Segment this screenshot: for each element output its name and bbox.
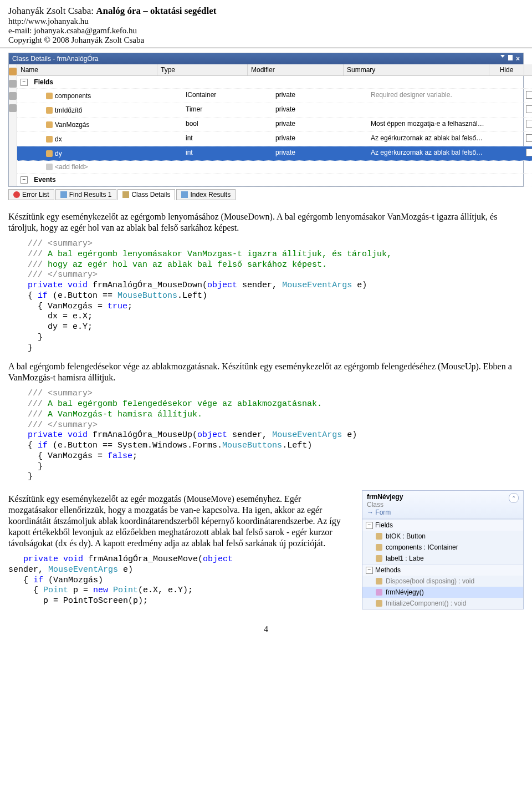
index-icon (181, 191, 188, 198)
class-icon (122, 191, 129, 198)
tab-label: Index Results (190, 191, 231, 199)
code-block-mousemove: private void frmAnalógÓra_MouseMove(obje… (8, 555, 352, 607)
class-details-title: Class Details - frmAnalógÓra (12, 55, 98, 63)
class-base: Form (375, 509, 391, 516)
hide-checkbox[interactable] (526, 105, 532, 113)
header-copyright: Copyright © 2008 Johanyák Zsolt Csaba (8, 35, 524, 45)
bottom-tabs: Error List Find Results 1 Class Details … (8, 189, 524, 200)
field-text: components : IContainer (386, 543, 458, 551)
toolbar-icon-2[interactable] (9, 80, 17, 88)
col-type[interactable]: Type (157, 64, 248, 75)
methods-section[interactable]: − Methods (362, 564, 523, 576)
paragraph-2: A bal egérgomb felengedésekor vége az ab… (8, 361, 524, 383)
col-hide[interactable]: Hide (489, 64, 524, 75)
hide-checkbox[interactable] (526, 149, 532, 156)
paragraph-1: Készítünk egy eseménykezelőt az egérgomb… (8, 211, 524, 233)
toolbar-icon-3[interactable] (9, 92, 17, 100)
header-title: Analóg óra – oktatási segédlet (96, 6, 216, 16)
field-text: label1 : Labe (386, 555, 424, 562)
collapse-icon[interactable]: − (21, 176, 28, 184)
tab-find-results[interactable]: Find Results 1 (55, 189, 117, 200)
field-icon (376, 533, 382, 540)
methods-label: Methods (375, 566, 401, 574)
tab-error-list[interactable]: Error List (8, 189, 54, 200)
expand-icon[interactable]: ⌃ (509, 493, 519, 503)
field-row[interactable]: components IContainer private Required d… (17, 89, 532, 103)
field-icon (376, 544, 382, 551)
col-modifier[interactable]: Modifier (248, 64, 344, 75)
field-modifier: private (272, 133, 367, 145)
hide-checkbox[interactable] (526, 134, 532, 142)
header-author: Johanyák Zsolt Csaba: (8, 6, 94, 16)
code-block-mousedown: /// <summary> /// A bal egérgomb lenyomá… (28, 239, 524, 353)
header-title-line: Johanyák Zsolt Csaba: Analóg óra – oktat… (8, 6, 524, 17)
field-summary (367, 104, 513, 116)
tab-index-results[interactable]: Index Results (176, 189, 236, 200)
field-icon (46, 121, 53, 128)
field-summary: Required designer variable. (367, 90, 513, 101)
close-icon[interactable]: × (516, 55, 520, 63)
paragraph-3: Készítünk egy eseménykezelőt az egér moz… (8, 494, 352, 549)
add-field-row[interactable]: <add field> (17, 161, 532, 174)
field-type: int (182, 148, 272, 159)
field-item[interactable]: btOK : Button (362, 531, 523, 542)
header-email: e-mail: johanyak.csaba@gamf.kefo.hu (8, 26, 524, 35)
field-modifier: private (272, 90, 367, 101)
field-row[interactable]: tmIdőzítő Timer private (17, 103, 532, 118)
field-name: tmIdőzítő (55, 106, 82, 114)
toolbar-icon-1[interactable] (9, 68, 17, 75)
toolbar-icon-4[interactable] (9, 104, 17, 112)
field-text: btOK : Button (386, 532, 426, 540)
field-type: IContainer (182, 90, 272, 101)
class-diagram-panel: frmNévjegy Class → Form ⌃ − Fields btOK … (362, 490, 524, 609)
method-text: Dispose(bool disposing) : void (386, 577, 474, 585)
field-row-selected[interactable]: dy int private Az egérkurzornak az ablak… (17, 146, 532, 161)
method-item[interactable]: Dispose(bool disposing) : void (362, 576, 523, 587)
group-events[interactable]: − Events (17, 174, 532, 186)
tab-class-details[interactable]: Class Details (117, 189, 175, 200)
field-type: bool (182, 119, 272, 130)
header-url: http://www.johanyak.hu (8, 17, 524, 26)
field-modifier: private (272, 119, 367, 130)
field-item[interactable]: components : IContainer (362, 542, 523, 553)
class-details-left-toolbar (9, 64, 17, 186)
field-modifier: private (272, 148, 367, 159)
field-icon (46, 136, 53, 143)
field-row[interactable]: dx int private Az egérkurzornak az ablak… (17, 132, 532, 146)
dropdown-icon[interactable] (500, 55, 505, 58)
hide-checkbox[interactable] (526, 120, 532, 128)
method-item-selected[interactable]: frmNévjegy() (362, 587, 523, 598)
collapse-icon[interactable]: − (366, 567, 373, 574)
field-name: dy (55, 150, 62, 157)
field-name: VanMozgás (55, 121, 89, 129)
page-number: 4 (8, 624, 524, 634)
tab-label: Error List (22, 191, 49, 199)
field-name: components (55, 92, 91, 100)
method-text: frmNévjegy() (386, 588, 424, 596)
pin-icon[interactable] (508, 55, 513, 60)
field-type: int (182, 133, 272, 145)
class-details-titlebar: Class Details - frmAnalógÓra × (9, 53, 523, 64)
field-summary: Az egérkurzornak az ablak bal felső… (367, 148, 513, 159)
col-name[interactable]: Name (17, 64, 157, 75)
field-item[interactable]: label1 : Labe (362, 553, 523, 564)
collapse-icon[interactable]: − (366, 522, 373, 529)
document-header: Johanyák Zsolt Csaba: Analóg óra – oktat… (0, 0, 532, 48)
col-summary[interactable]: Summary (344, 64, 489, 75)
field-summary: Most éppen mozgatja-e a felhasznál… (367, 119, 513, 130)
method-icon (376, 589, 382, 596)
method-item[interactable]: InitializeComponent() : void (362, 598, 523, 609)
field-row[interactable]: VanMozgás bool private Most éppen mozgat… (17, 118, 532, 132)
collapse-icon[interactable]: − (21, 79, 28, 86)
group-fields[interactable]: − Fields (17, 76, 532, 89)
field-icon (376, 555, 382, 562)
hide-checkbox[interactable] (526, 91, 532, 99)
class-diagram-header: frmNévjegy Class → Form ⌃ (362, 491, 523, 519)
class-details-panel: Class Details - frmAnalógÓra × Name Type… (8, 53, 524, 187)
find-icon (60, 191, 67, 198)
fields-section[interactable]: − Fields (362, 519, 523, 531)
document-body: Készítünk egy eseménykezelőt az egérgomb… (0, 205, 532, 645)
field-type: Timer (182, 104, 272, 116)
fields-label: Fields (375, 521, 393, 529)
tab-label: Class Details (131, 191, 170, 199)
